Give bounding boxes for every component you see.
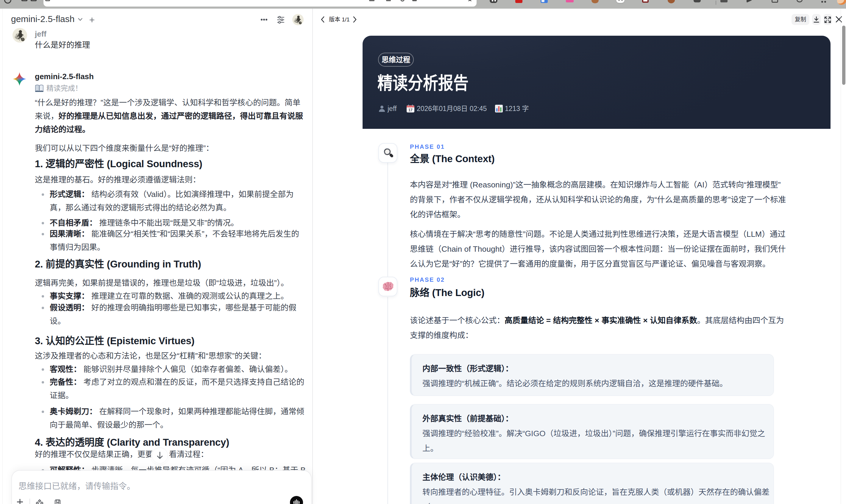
svg-text:17: 17 <box>408 108 412 112</box>
